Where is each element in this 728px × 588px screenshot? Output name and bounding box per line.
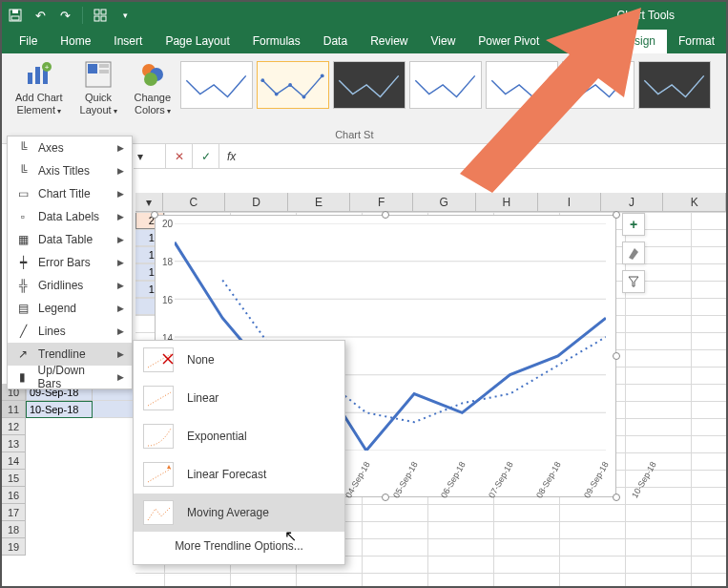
col-header-e[interactable]: E (288, 193, 351, 211)
menu-error-bars[interactable]: ┿Error Bars▶ (8, 251, 132, 274)
cancel-icon[interactable]: ✕ (166, 144, 193, 168)
col-header-h[interactable]: H (476, 193, 539, 211)
col-header-b-partial[interactable]: ▾ (135, 193, 163, 211)
svg-point-21 (288, 83, 292, 87)
name-box-dropdown[interactable]: ▾ (134, 144, 166, 168)
menu-legend[interactable]: ▤Legend▶ (8, 297, 132, 320)
enter-icon[interactable]: ✓ (193, 144, 219, 168)
resize-handle[interactable] (151, 211, 158, 219)
row-header-13[interactable]: 13 (2, 435, 26, 452)
add-chart-element-menu: ╚Axes▶ ╚Axis Titles▶ ▭Chart Title▶ ▫Data… (7, 136, 133, 389)
cell-b11[interactable] (93, 401, 135, 418)
menu-trendline[interactable]: ↗Trendline▶ (8, 343, 132, 366)
ribbon-tabs: File Home Insert Page Layout Formulas Da… (2, 29, 726, 53)
chart-style-2[interactable] (257, 61, 329, 109)
chart-styles-label: Chart St (335, 129, 373, 140)
trendline-none[interactable]: None (134, 341, 344, 379)
menu-lines[interactable]: ╱Lines▶ (8, 320, 132, 343)
resize-handle[interactable] (613, 352, 620, 360)
row-header-18[interactable]: 18 (2, 521, 26, 538)
svg-line-27 (148, 392, 171, 406)
svg-rect-5 (94, 16, 99, 21)
chart-style-5[interactable] (486, 61, 558, 109)
add-chart-element-button[interactable]: + Add Chart Element (11, 57, 67, 117)
svg-text:+: + (44, 63, 49, 72)
col-header-i[interactable]: I (538, 193, 601, 211)
tab-insert[interactable]: Insert (102, 30, 154, 53)
col-header-d[interactable]: D (225, 193, 288, 211)
menu-data-labels[interactable]: ▫Data Labels▶ (8, 205, 132, 228)
contextual-tab-group: Chart Tools (570, 2, 722, 29)
trendline-linear[interactable]: Linear (134, 379, 344, 417)
menu-updown-bars[interactable]: ▮Up/Down Bars▶ (8, 366, 132, 388)
redo-icon[interactable]: ↷ (55, 6, 74, 25)
tab-data[interactable]: Data (312, 30, 359, 53)
tab-home[interactable]: Home (49, 30, 102, 53)
quick-layout-label: Quick Layout (80, 92, 117, 116)
chart-elements-button[interactable]: + (622, 213, 645, 236)
tab-format[interactable]: Format (667, 30, 726, 53)
chart-title-icon: ▭ (15, 186, 31, 201)
data-table-icon: ▦ (15, 232, 31, 247)
chart-styles-button[interactable] (622, 242, 645, 264)
trendline-exponential[interactable]: Exponential (134, 417, 344, 455)
more-trendline-options[interactable]: More Trendline Options... (134, 532, 344, 560)
chart-filter-button[interactable] (622, 270, 645, 293)
tab-page-layout[interactable]: Page Layout (154, 30, 240, 53)
trendline-linear-forecast[interactable]: Linear Forecast (134, 455, 344, 494)
svg-rect-15 (99, 70, 109, 74)
group-quick-layout: Quick Layout (73, 57, 125, 143)
fx-icon[interactable]: fx (219, 150, 243, 163)
menu-chart-title[interactable]: ▭Chart Title▶ (8, 182, 132, 205)
row-header-14[interactable]: 14 (2, 452, 26, 470)
chart-style-6[interactable] (562, 61, 634, 109)
chart-style-7[interactable] (638, 61, 711, 109)
trendline-moving-average[interactable]: Moving Average (134, 494, 344, 532)
tab-view[interactable]: View (420, 30, 468, 53)
col-header-j[interactable]: J (601, 193, 664, 211)
svg-rect-1 (12, 10, 18, 13)
axes-icon: ╚ (15, 140, 31, 156)
moving-avg-icon (143, 500, 174, 525)
svg-point-20 (275, 93, 279, 96)
tab-formulas[interactable]: Formulas (241, 30, 312, 53)
tab-review[interactable]: Review (359, 30, 419, 53)
change-colors-button[interactable]: Change Colors (131, 57, 176, 117)
col-header-f[interactable]: F (350, 193, 413, 211)
cell-a11[interactable]: 10-Sep-18 (26, 401, 93, 418)
row-header-15[interactable]: 15 (2, 470, 26, 487)
quick-layout-icon (83, 59, 114, 90)
menu-axes[interactable]: ╚Axes▶ (8, 136, 132, 159)
quick-layout-button[interactable]: Quick Layout (76, 57, 121, 117)
svg-rect-9 (43, 70, 48, 84)
row-header-12[interactable]: 12 (2, 418, 26, 435)
menu-gridlines[interactable]: ╬Gridlines▶ (8, 274, 132, 297)
save-icon[interactable] (6, 6, 25, 25)
row-header-16[interactable]: 16 (2, 487, 26, 504)
chart-style-1[interactable] (180, 61, 253, 109)
qat-customize-icon[interactable]: ▾ (115, 6, 135, 25)
menu-axis-titles[interactable]: ╚Axis Titles▶ (8, 159, 132, 182)
row-header-11[interactable]: 11 (2, 401, 26, 418)
col-header-k[interactable]: K (663, 193, 726, 211)
row-header-17[interactable]: 17 (2, 504, 26, 521)
svg-rect-3 (94, 10, 99, 14)
svg-point-19 (261, 78, 265, 82)
chart-style-4[interactable] (409, 61, 482, 109)
resize-handle[interactable] (613, 494, 620, 501)
tab-design[interactable]: Design (609, 30, 667, 53)
undo-icon[interactable]: ↶ (31, 6, 50, 25)
chart-style-3[interactable] (333, 61, 406, 109)
tab-power-pivot[interactable]: Power Pivot (467, 30, 551, 53)
col-header-g[interactable]: G (413, 193, 476, 211)
add-chart-element-label: Add Chart Element (15, 92, 63, 116)
row-header-19[interactable]: 19 (2, 538, 26, 556)
touch-mode-icon[interactable] (91, 6, 110, 25)
menu-data-table[interactable]: ▦Data Table▶ (8, 228, 132, 251)
resize-handle[interactable] (613, 211, 620, 219)
col-header-c[interactable]: C (163, 193, 226, 211)
resize-handle[interactable] (382, 211, 389, 219)
svg-line-28 (148, 469, 171, 482)
none-icon (143, 347, 174, 372)
tab-file[interactable]: File (8, 30, 49, 53)
